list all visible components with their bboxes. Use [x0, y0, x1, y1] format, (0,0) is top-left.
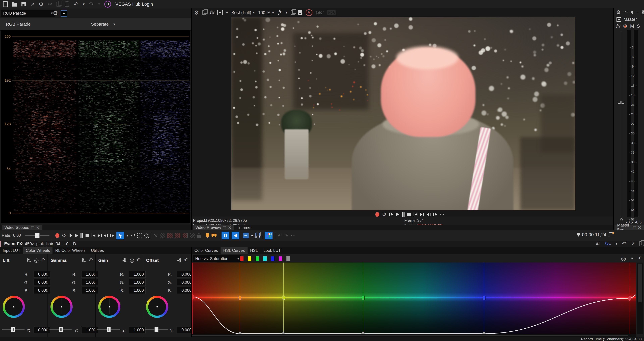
wheel-undo-icon[interactable]: ↶	[136, 258, 140, 262]
fx-float-window-icon[interactable]	[640, 242, 644, 246]
trim-event-end-icon[interactable]	[175, 233, 180, 238]
scope-type-dropdown[interactable]: RGB Parade ▾	[1, 10, 55, 17]
hue-swatch[interactable]	[271, 256, 274, 261]
tab-hsl-curves[interactable]: HSL Curves	[220, 247, 247, 254]
gain-y-slider-handle[interactable]	[107, 327, 111, 332]
event-edit-history-icon[interactable]: ↷	[284, 233, 288, 238]
mute-output-icon[interactable]: ↓	[630, 10, 638, 14]
meter-grabber-icon[interactable]	[618, 101, 624, 104]
save-project-icon[interactable]	[22, 2, 26, 6]
insert-marker-button[interactable]	[206, 233, 209, 238]
auto-ripple-button[interactable]	[232, 232, 239, 240]
lock-event-icon[interactable]	[197, 235, 201, 238]
timeline-play-from-start-button[interactable]	[68, 234, 72, 238]
delete-icon[interactable]: ×	[154, 233, 158, 238]
video-fx-icon[interactable]: fx	[210, 10, 214, 15]
ignore-event-grouping-icon[interactable]	[259, 233, 260, 238]
curve-horizontal-scrollbar[interactable]	[192, 334, 636, 337]
vegas-hub-login-button[interactable]: VEGAS Hub Login	[116, 2, 153, 7]
trim-event-start-icon[interactable]	[167, 233, 172, 238]
stop-button[interactable]	[407, 212, 411, 216]
lift-color-wheel[interactable]	[3, 296, 25, 318]
tab-master-bus[interactable]: Master Bus □ ×	[614, 225, 644, 230]
wheel-sliders-icon[interactable]	[122, 258, 127, 262]
wheel-target-icon[interactable]: ◎	[130, 258, 134, 263]
hue-swatch[interactable]	[263, 256, 267, 261]
lift-y-slider-handle[interactable]	[11, 327, 15, 332]
vegas-capture-icon[interactable]: V	[306, 9, 312, 16]
trim-edge-dropdown-icon[interactable]: ▾	[251, 234, 253, 238]
undo-dropdown-icon[interactable]: ▾	[83, 2, 84, 6]
hue-saturation-curve-editor[interactable]	[192, 262, 636, 334]
trim-edge-button[interactable]: ←	[242, 233, 249, 238]
enable-snapping-button[interactable]: U	[222, 232, 229, 240]
open-project-icon[interactable]	[12, 3, 17, 6]
tab-input-lut[interactable]: Input LUT	[0, 247, 23, 254]
wheel-position-dot[interactable]	[61, 306, 62, 308]
insert-region-button[interactable]	[212, 234, 216, 238]
volume-fader[interactable]	[621, 32, 621, 216]
offset-y-value[interactable]: 0.000	[177, 326, 193, 333]
tab-utilities[interactable]: Utilities	[88, 247, 106, 254]
play-button[interactable]	[396, 212, 399, 216]
timeline-play-button[interactable]	[75, 234, 78, 238]
fx-external-window-icon[interactable]: ↗	[631, 242, 635, 246]
timeline-previous-frame-button[interactable]	[104, 234, 108, 238]
preview-zoom-dropdown[interactable]: 100 %	[258, 10, 270, 15]
copy-snapshot-icon[interactable]	[291, 10, 295, 15]
wheel-sliders-icon[interactable]	[177, 258, 182, 262]
curve-bottom-handle[interactable]	[482, 331, 486, 334]
offset-color-wheel[interactable]	[146, 296, 168, 318]
rate-slider-handle[interactable]	[35, 233, 40, 238]
new-project-icon[interactable]	[3, 1, 8, 7]
external-window-icon[interactable]: ↗	[30, 2, 34, 7]
copy-icon[interactable]	[56, 2, 60, 6]
shuffle-events-icon[interactable]	[190, 233, 195, 238]
curve-node-blue[interactable]	[483, 296, 486, 300]
curve-bottom-handle[interactable]	[361, 331, 365, 334]
close-icon[interactable]: ×	[638, 225, 641, 230]
mute-button[interactable]: M	[630, 24, 634, 29]
quality-dropdown-icon[interactable]: ▾	[253, 11, 255, 14]
preview-settings-gear-icon[interactable]: ⚙	[194, 10, 199, 15]
split-screen-dropdown-icon[interactable]: ▾	[226, 11, 228, 14]
tab-rl-color-wheels[interactable]: RL Color Wheels	[52, 247, 88, 254]
automation-gear-icon[interactable]: ⚙	[623, 24, 628, 29]
gamma-y-slider-handle[interactable]	[59, 327, 63, 332]
offset-y-slider-handle[interactable]	[154, 327, 158, 332]
curve-node-orange[interactable]	[239, 296, 241, 300]
timeline-go-to-start-button[interactable]	[92, 234, 96, 238]
zoom-tool-button[interactable]	[144, 234, 148, 238]
selection-tool-button[interactable]	[116, 232, 124, 240]
split-event-icon[interactable]	[183, 233, 188, 238]
split-screen-icon[interactable]	[217, 10, 223, 15]
scope-update-icon[interactable]	[61, 10, 67, 17]
mixer-sliders-icon[interactable]	[641, 10, 644, 15]
curve-dropdown-icon[interactable]: ▾	[631, 256, 633, 260]
wheel-undo-icon[interactable]: ↶	[41, 258, 45, 262]
tab-video-scopes[interactable]: Video Scopes □ ×	[2, 225, 42, 230]
offset-g-value[interactable]: 0.000	[177, 279, 193, 286]
bus-fx-button[interactable]: fx	[616, 24, 620, 28]
play-from-start-button[interactable]	[389, 212, 393, 216]
zoom-dropdown-icon[interactable]: ▾	[272, 11, 274, 14]
envelope-tool-button[interactable]	[131, 234, 135, 238]
undo-icon[interactable]: ↶	[74, 1, 78, 7]
curve-node-green[interactable]	[362, 296, 364, 300]
curve-target-icon[interactable]: ◎	[621, 256, 626, 261]
wheel-undo-icon[interactable]: ↶	[88, 258, 93, 262]
record-button[interactable]	[375, 212, 379, 217]
grid-overlay-icon[interactable]: #	[277, 10, 282, 16]
wheel-sliders-icon[interactable]	[26, 258, 31, 262]
timeline-next-frame-button[interactable]	[110, 234, 114, 238]
track-colors-button[interactable]	[265, 232, 272, 240]
add-fx-icon[interactable]: fx₊	[604, 242, 611, 246]
preview-quality-dropdown[interactable]: Best (Full)	[231, 10, 251, 15]
interactive-tutorials-icon[interactable]: ↶	[278, 233, 282, 238]
tool-dropdown-icon[interactable]: ▾	[126, 234, 128, 238]
timeline-record-button[interactable]	[55, 233, 59, 238]
tab-look-lut[interactable]: Look LUT	[260, 247, 284, 254]
hue-swatch[interactable]	[256, 256, 259, 261]
close-icon[interactable]: ×	[36, 225, 40, 230]
timeline-pause-button[interactable]	[80, 233, 83, 238]
